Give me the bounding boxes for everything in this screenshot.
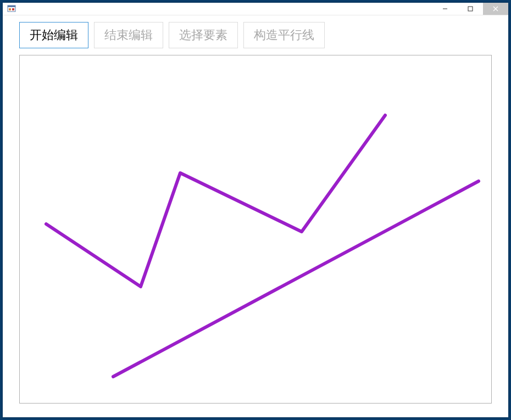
svg-rect-2 (9, 8, 11, 10)
construct-parallel-button[interactable]: 构造平行线 (243, 22, 325, 48)
content-area: 开始编辑 结束编辑 选择要素 构造平行线 (3, 15, 508, 417)
maximize-button[interactable] (458, 3, 483, 15)
minimize-icon (442, 6, 448, 12)
select-feature-button[interactable]: 选择要素 (169, 22, 238, 48)
close-button[interactable] (483, 3, 508, 15)
titlebar (3, 3, 508, 15)
minimize-button[interactable] (432, 3, 458, 15)
end-edit-button[interactable]: 结束编辑 (94, 22, 163, 48)
maximize-icon (468, 6, 473, 12)
svg-rect-1 (8, 5, 15, 7)
polyline-shape (46, 115, 385, 287)
svg-rect-5 (468, 7, 473, 11)
window-controls (432, 3, 508, 15)
start-edit-button[interactable]: 开始编辑 (19, 22, 88, 48)
application-window: 开始编辑 结束编辑 选择要素 构造平行线 (3, 3, 508, 417)
app-icon (7, 4, 16, 13)
canvas-svg (20, 55, 491, 403)
svg-rect-3 (12, 8, 14, 10)
toolbar: 开始编辑 结束编辑 选择要素 构造平行线 (19, 22, 492, 48)
drawing-canvas[interactable] (19, 55, 492, 404)
close-icon (493, 6, 498, 12)
